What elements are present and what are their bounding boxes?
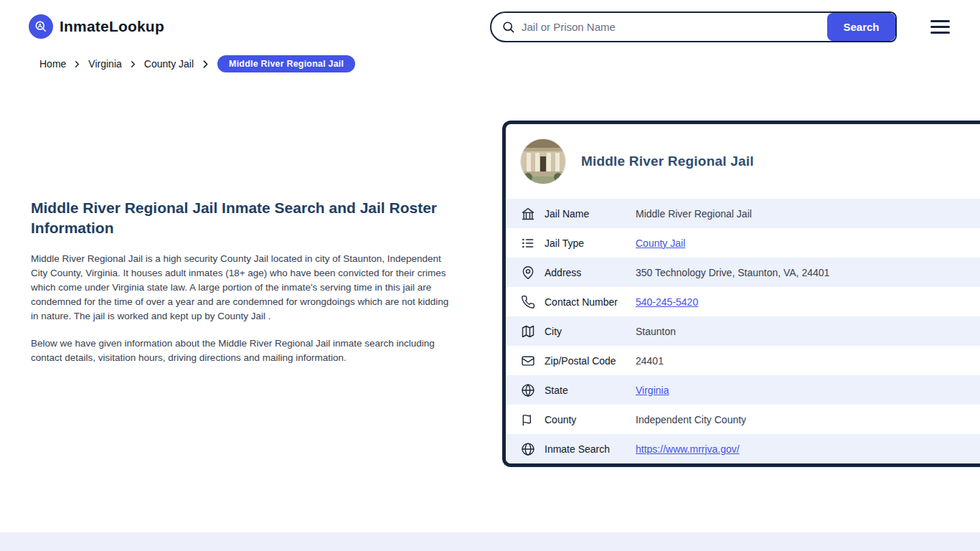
page: InmateLookup Search Home Virginia County… (0, 0, 980, 551)
row-label: Inmate Search (545, 443, 636, 455)
address-value: 350 Technology Drive, Staunton, VA, 2440… (636, 267, 829, 278)
county-value: Independent City County (636, 414, 746, 425)
row-label: State (545, 385, 636, 396)
table-row-address: Address 350 Technology Drive, Staunton, … (506, 258, 980, 287)
search-icon (501, 20, 515, 34)
jail-photo-avatar (521, 139, 565, 184)
breadcrumb-jail-type[interactable]: County Jail (144, 58, 194, 70)
jail-info-card: Middle River Regional Jail Jail Name Mid… (502, 121, 980, 467)
city-value: Staunton (636, 326, 676, 337)
jail-name-value: Middle River Regional Jail (636, 208, 752, 220)
breadcrumb-current-badge: Middle River Regional Jail (217, 55, 355, 72)
row-label: Zip/Postal Code (545, 355, 636, 367)
globe-icon (521, 383, 535, 397)
table-row-jail-type: Jail Type County Jail (506, 228, 980, 258)
card-title: Middle River Regional Jail (581, 154, 754, 169)
row-label: Contact Number (545, 296, 636, 308)
row-label: County (545, 414, 636, 425)
breadcrumb-home[interactable]: Home (39, 58, 66, 70)
list-icon (521, 236, 535, 250)
bank-icon (521, 207, 535, 221)
table-row-inmate-search: Inmate Search https://www.mrrjva.gov/ (506, 434, 980, 463)
county-map-icon (521, 413, 535, 427)
table-row-county: County Independent City County (506, 405, 980, 434)
card-header: Middle River Regional Jail (506, 124, 980, 199)
website-icon (521, 442, 535, 456)
logo-text: InmateLookup (60, 18, 164, 35)
jail-type-link[interactable]: County Jail (636, 237, 685, 249)
state-link[interactable]: Virginia (636, 385, 669, 396)
map-icon (521, 324, 535, 339)
menu-hamburger-icon[interactable] (930, 20, 950, 34)
search-button[interactable]: Search (827, 13, 895, 41)
row-label: City (545, 326, 636, 337)
jail-info-table: Jail Name Middle River Regional Jail Jai… (506, 199, 980, 463)
table-row-zip: Zip/Postal Code 24401 (506, 346, 980, 375)
breadcrumb: Home Virginia County Jail Middle River R… (39, 55, 355, 72)
map-pin-icon (521, 265, 535, 280)
site-logo[interactable]: InmateLookup (29, 14, 164, 39)
intro-paragraph: Middle River Regional Jail is a high sec… (31, 252, 456, 324)
chevron-right-icon (201, 60, 210, 69)
table-row-state: State Virginia (506, 375, 980, 405)
chevron-right-icon (73, 60, 81, 68)
phone-icon (521, 295, 535, 309)
table-row-city: City Staunton (506, 316, 980, 346)
inmate-search-link[interactable]: https://www.mrrjva.gov/ (636, 443, 740, 455)
phone-link[interactable]: 540-245-5420 (636, 296, 698, 308)
mail-icon (521, 354, 535, 368)
search-bar: Search (490, 11, 897, 42)
zip-value: 24401 (636, 355, 664, 367)
chevron-right-icon (129, 60, 137, 68)
table-row-contact: Contact Number 540-245-5420 (506, 287, 980, 316)
logo-magnifier-icon (29, 14, 53, 39)
row-label: Address (545, 267, 636, 278)
search-field[interactable] (491, 13, 827, 41)
page-title: Middle River Regional Jail Inmate Search… (31, 198, 443, 239)
row-label: Jail Type (545, 237, 636, 249)
secondary-paragraph: Below we have given information about th… (31, 336, 456, 365)
row-label: Jail Name (545, 208, 636, 220)
article: Middle River Regional Jail Inmate Search… (31, 198, 456, 365)
breadcrumb-state[interactable]: Virginia (88, 58, 121, 70)
footer-strip (0, 532, 980, 551)
search-input[interactable] (522, 21, 821, 33)
table-row-jail-name: Jail Name Middle River Regional Jail (506, 199, 980, 228)
